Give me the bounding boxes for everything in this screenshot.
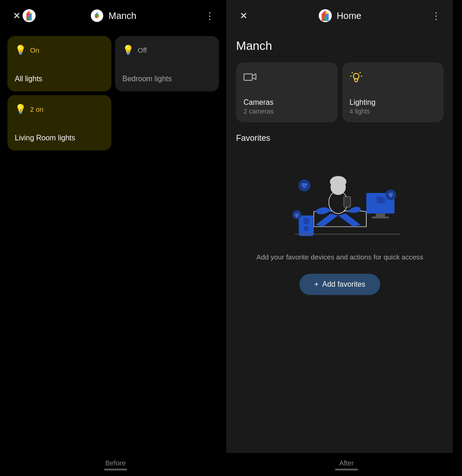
right-cards-grid: Cameras 2 cameras <box>236 62 444 122</box>
bedroom-lights-status: Off <box>138 46 147 54</box>
left-header-center: Manch <box>90 9 136 23</box>
left-indicator <box>104 469 127 470</box>
right-panel: ✕ Home ⋮ Manch <box>226 0 453 453</box>
bedroom-lights-icon: 💡 <box>122 44 134 55</box>
living-room-label: Living Room lights <box>15 134 104 142</box>
svg-point-7 <box>353 73 359 79</box>
bedroom-lights-card[interactable]: 💡 Off Bedroom lights <box>115 36 219 91</box>
svg-point-15 <box>330 176 346 187</box>
bottom-labels: Before After <box>0 453 462 476</box>
bedroom-lights-label: Bedroom lights <box>122 75 212 83</box>
left-header: ✕ <box>0 0 226 31</box>
svg-line-11 <box>352 72 353 73</box>
all-lights-status-row: 💡 On <box>15 44 104 55</box>
cameras-title: Cameras <box>243 98 330 107</box>
svg-point-22 <box>303 226 309 232</box>
after-label: After <box>231 453 462 476</box>
favorites-title: Favorites <box>236 133 444 143</box>
favorites-illustration <box>236 151 444 243</box>
right-indicator <box>335 469 358 470</box>
svg-point-1 <box>96 14 98 17</box>
left-more-button[interactable]: ⋮ <box>202 8 217 23</box>
right-title: Home <box>337 11 361 21</box>
living-room-icon: 💡 <box>15 103 26 114</box>
left-cards-grid: 💡 On All lights 💡 Off Bedroom lights 💡 2… <box>0 31 226 155</box>
right-close-button[interactable]: ✕ <box>236 8 251 23</box>
svg-rect-5 <box>324 17 327 21</box>
all-lights-icon: 💡 <box>15 44 26 55</box>
add-favorites-plus: + <box>314 280 318 289</box>
right-header-center: Home <box>318 9 361 23</box>
lighting-title: Lighting <box>350 98 437 107</box>
favorites-section: Favorites <box>236 133 444 295</box>
svg-rect-18 <box>372 217 389 218</box>
right-more-button[interactable]: ⋮ <box>429 8 444 23</box>
add-favorites-label: Add favorites <box>322 280 365 289</box>
svg-point-19 <box>376 196 383 203</box>
svg-rect-17 <box>376 214 385 217</box>
lighting-subtitle: 4 lights <box>350 108 437 115</box>
favorites-description: Add your favorite devices and actions fo… <box>236 252 444 263</box>
right-content: Manch Cameras 2 cameras <box>227 31 453 453</box>
camera-icon <box>243 72 330 84</box>
living-room-status-row: 💡 2 on <box>15 103 104 114</box>
before-label: Before <box>0 453 231 476</box>
lighting-icon <box>350 72 437 87</box>
svg-line-12 <box>359 72 360 73</box>
google-home-logo <box>90 9 104 23</box>
left-title: Manch <box>109 11 136 21</box>
right-header: ✕ Home ⋮ <box>227 0 453 31</box>
cameras-subtitle: 2 cameras <box>243 108 330 115</box>
svg-point-21 <box>302 217 310 225</box>
lighting-card[interactable]: Lighting 4 lights <box>342 62 444 122</box>
bedroom-lights-status-row: 💡 Off <box>122 44 212 55</box>
all-lights-status: On <box>30 46 39 54</box>
svg-rect-3 <box>28 17 30 21</box>
all-lights-card[interactable]: 💡 On All lights <box>7 36 111 91</box>
google-home-logo-2 <box>22 9 36 23</box>
home-name-title: Manch <box>236 39 444 53</box>
living-room-status: 2 on <box>30 105 43 113</box>
svg-rect-27 <box>344 197 351 207</box>
all-lights-label: All lights <box>15 75 104 83</box>
cameras-card[interactable]: Cameras 2 cameras <box>236 62 338 122</box>
right-google-logo <box>318 9 332 23</box>
living-room-lights-card[interactable]: 💡 2 on Living Room lights <box>7 95 111 151</box>
svg-rect-6 <box>244 74 252 80</box>
left-panel: ✕ <box>0 0 226 453</box>
add-favorites-button[interactable]: + Add favorites <box>299 274 380 295</box>
